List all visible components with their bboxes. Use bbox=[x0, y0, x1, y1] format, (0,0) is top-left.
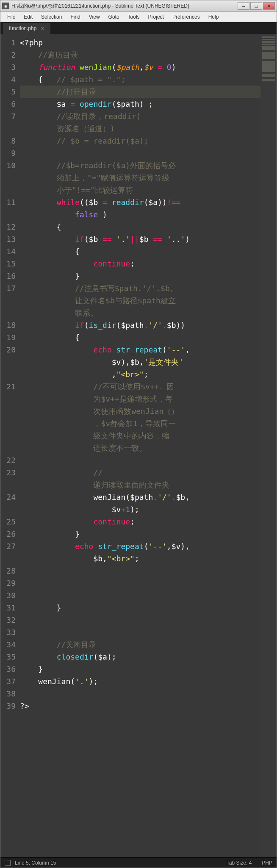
editor: 1 2 3 4 5 6 7 8 9 10 11 12 13 14 15 16 1… bbox=[0, 34, 277, 857]
close-button[interactable]: ✕ bbox=[263, 2, 275, 10]
menu-preferences[interactable]: Preferences bbox=[168, 13, 204, 21]
menu-selection[interactable]: Selection bbox=[37, 13, 66, 21]
window-title: H:\我的u盘\php\总结\20161221\function.php - S… bbox=[11, 3, 238, 10]
status-lang[interactable]: PHP bbox=[262, 860, 272, 866]
menu-edit[interactable]: Edit bbox=[19, 13, 37, 21]
menu-tools[interactable]: Tools bbox=[124, 13, 144, 21]
window-buttons: – □ ✕ bbox=[238, 2, 275, 10]
close-icon[interactable]: ✕ bbox=[41, 26, 44, 31]
menu-goto[interactable]: Goto bbox=[104, 13, 124, 21]
menu-file[interactable]: File bbox=[3, 13, 19, 21]
panel-icon[interactable] bbox=[5, 860, 11, 866]
line-gutter: 1 2 3 4 5 6 7 8 9 10 11 12 13 14 15 16 1… bbox=[0, 34, 20, 857]
minimap[interactable] bbox=[260, 34, 277, 857]
statusbar: Line 5, Column 15 Tab Size: 4 PHP bbox=[0, 857, 277, 868]
status-tabsize[interactable]: Tab Size: 4 bbox=[227, 860, 252, 866]
menu-project[interactable]: Project bbox=[144, 13, 168, 21]
menubar: File Edit Selection Find View Goto Tools… bbox=[0, 12, 277, 22]
status-position[interactable]: Line 5, Column 15 bbox=[15, 860, 56, 866]
code-area[interactable]: <?php //遍历目录 function wenJian($path,$v =… bbox=[20, 34, 260, 857]
tab-label: function.php bbox=[9, 25, 36, 31]
app-window: ■ H:\我的u盘\php\总结\20161221\function.php -… bbox=[0, 0, 277, 868]
maximize-button[interactable]: □ bbox=[250, 2, 262, 10]
tabbar: function.php ✕ bbox=[0, 22, 277, 34]
menu-view[interactable]: View bbox=[85, 13, 104, 21]
menu-find[interactable]: Find bbox=[66, 13, 84, 21]
minimize-button[interactable]: – bbox=[238, 2, 249, 10]
titlebar[interactable]: ■ H:\我的u盘\php\总结\20161221\function.php -… bbox=[0, 0, 277, 12]
tab-function-php[interactable]: function.php ✕ bbox=[3, 23, 50, 34]
app-icon: ■ bbox=[2, 3, 9, 9]
menu-help[interactable]: Help bbox=[204, 13, 223, 21]
